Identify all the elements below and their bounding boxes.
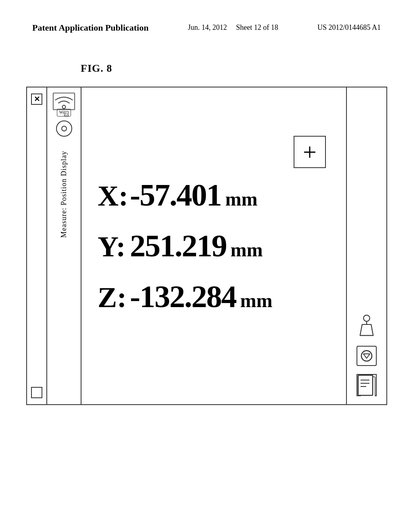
z-label: Z: bbox=[98, 281, 130, 314]
close-checkbox[interactable]: ✕ bbox=[31, 94, 42, 105]
y-value: 251.219 bbox=[130, 228, 227, 264]
triangle-down-icon[interactable] bbox=[357, 346, 377, 366]
main-coordinate-display: X: -57.401 mm Y: 251.219 mm Z: -132.284 … bbox=[81, 87, 346, 404]
publication-number: US 2012/0144685 A1 bbox=[317, 22, 381, 33]
pub-date: Jun. 14, 2012 bbox=[188, 23, 227, 31]
y-coordinate-row: Y: 251.219 mm bbox=[98, 228, 334, 264]
sidebar-left: ✕ bbox=[27, 87, 47, 404]
sidebar-right bbox=[346, 87, 386, 404]
svg-point-2 bbox=[363, 315, 369, 321]
screen-title-label: Measure: Position Display bbox=[60, 151, 68, 238]
z-unit: mm bbox=[240, 289, 272, 312]
x-coordinate-row: X: -57.401 mm bbox=[98, 177, 334, 213]
camera-lens bbox=[61, 126, 67, 131]
x-label: X: bbox=[98, 179, 130, 213]
x-unit: mm bbox=[225, 188, 257, 210]
z-coordinate-row: Z: -132.284 mm bbox=[98, 278, 334, 315]
svg-point-4 bbox=[361, 351, 372, 361]
sidebar-label-column: WiFi Measure: Position Display bbox=[47, 87, 81, 404]
svg-rect-10 bbox=[358, 375, 373, 395]
document-icon[interactable] bbox=[357, 374, 377, 396]
plus-button[interactable]: + bbox=[294, 136, 326, 168]
sheet-info: Sheet 12 of 18 bbox=[236, 23, 278, 31]
publication-title: Patent Application Publication bbox=[32, 22, 148, 34]
empty-checkbox[interactable] bbox=[31, 387, 42, 398]
x-value: -57.401 bbox=[130, 177, 221, 213]
device-display: ✕ WiFi Measure: Positio bbox=[26, 87, 387, 405]
z-value: -132.284 bbox=[130, 278, 236, 315]
camera-icon[interactable] bbox=[56, 121, 72, 137]
figure-label: FIG. 8 bbox=[81, 62, 112, 75]
page-header: Patent Application Publication Jun. 14, … bbox=[0, 22, 413, 34]
svg-point-0 bbox=[63, 105, 66, 108]
y-label: Y: bbox=[98, 230, 130, 264]
y-unit: mm bbox=[231, 239, 263, 261]
probe-icon[interactable] bbox=[356, 316, 378, 338]
publication-date-sheet: Jun. 14, 2012 Sheet 12 of 18 bbox=[188, 22, 278, 33]
wifi-label: WiFi bbox=[57, 109, 71, 116]
